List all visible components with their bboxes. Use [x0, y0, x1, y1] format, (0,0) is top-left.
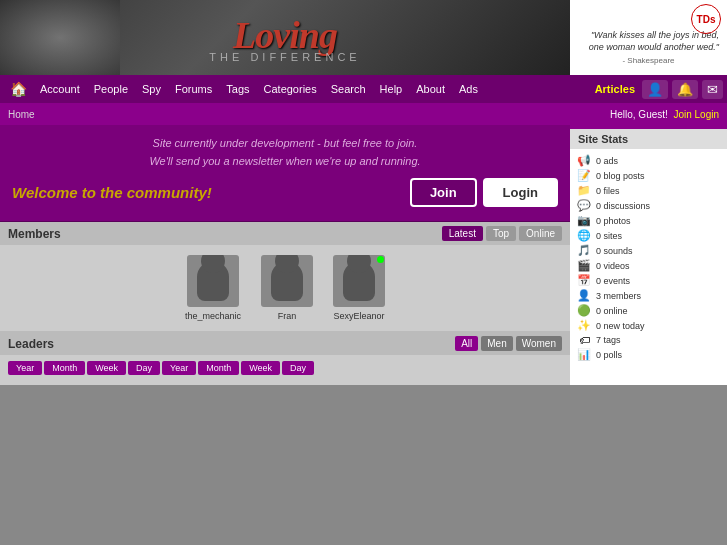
nav-forums[interactable]: Forums	[168, 83, 219, 95]
members-count: 3 members	[596, 291, 641, 301]
site-stats-title: Site Stats	[570, 129, 727, 149]
time-tab-month2[interactable]: Month	[198, 361, 239, 375]
discussions-icon: 💬	[576, 199, 592, 212]
members-tab-online[interactable]: Online	[519, 226, 562, 241]
nav-help[interactable]: Help	[373, 83, 410, 95]
time-tab-day2[interactable]: Day	[282, 361, 314, 375]
member-avatar-0[interactable]	[187, 255, 239, 307]
leaders-tab-all[interactable]: All	[455, 336, 478, 351]
nav-categories[interactable]: Categories	[257, 83, 324, 95]
new-today-count: 0 new today	[596, 321, 645, 331]
members-tab-top[interactable]: Top	[486, 226, 516, 241]
members-title: Members	[8, 227, 61, 241]
leaders-filter-tabs: All Men Women	[455, 336, 562, 351]
nav-ads[interactable]: Ads	[452, 83, 485, 95]
nav-search[interactable]: Search	[324, 83, 373, 95]
time-tab-year2[interactable]: Year	[162, 361, 196, 375]
leaders-tab-women[interactable]: Women	[516, 336, 562, 351]
videos-icon: 🎬	[576, 259, 592, 272]
sounds-count: 0 sounds	[596, 246, 633, 256]
nav-articles[interactable]: Articles	[588, 83, 642, 95]
new-today-icon: ✨	[576, 319, 592, 332]
files-count: 0 files	[596, 186, 620, 196]
ads-icon: 📢	[576, 154, 592, 167]
sites-count: 0 sites	[596, 231, 622, 241]
welcome-label: Welcome to the community!	[12, 184, 212, 201]
welcome-row: Welcome to the community! Join Login	[12, 178, 558, 217]
stat-photos: 📷 0 photos	[576, 213, 721, 228]
stat-sounds: 🎵 0 sounds	[576, 243, 721, 258]
site-stats-body: 📢 0 ads 📝 0 blog posts 📁 0 files 💬 0 dis…	[570, 149, 727, 366]
tds-logo: TDs	[691, 4, 723, 36]
nav-about[interactable]: About	[409, 83, 452, 95]
stat-videos: 🎬 0 videos	[576, 258, 721, 273]
files-icon: 📁	[576, 184, 592, 197]
member-item-2: SexyEleanor	[333, 255, 385, 321]
members-icon: 👤	[576, 289, 592, 302]
nav-mail-icon[interactable]: ✉	[702, 80, 723, 99]
discussions-count: 0 discussions	[596, 201, 650, 211]
nav-bell-icon[interactable]: 🔔	[672, 80, 698, 99]
leaders-title: Leaders	[8, 337, 54, 351]
polls-icon: 📊	[576, 348, 592, 361]
sites-icon: 🌐	[576, 229, 592, 242]
tds-circle: TDs	[691, 4, 721, 34]
leaders-time-tabs: Year Month Week Day Year Month Week Day	[8, 361, 562, 375]
members-body: the_mechanic Fran SexyEleanor	[0, 245, 570, 331]
header-quote-attr: - Shakespeare	[622, 56, 674, 65]
stat-tags: 🏷 7 tags	[576, 333, 721, 347]
polls-count: 0 polls	[596, 350, 622, 360]
left-column: Site currently under development - but f…	[0, 125, 570, 385]
member-item-1: Fran	[261, 255, 313, 321]
member-avatar-1[interactable]	[261, 255, 313, 307]
hello-message: Hello, Guest! Join Login	[610, 109, 719, 120]
leaders-section: Leaders All Men Women Year Month Week Da…	[0, 331, 570, 385]
nav-user-icons: 👤 🔔 ✉	[642, 80, 723, 99]
breadcrumb-bar: Home Hello, Guest! Join Login	[0, 103, 727, 125]
stat-sites: 🌐 0 sites	[576, 228, 721, 243]
member-name-2: SexyEleanor	[334, 311, 385, 321]
login-button[interactable]: Login	[483, 178, 558, 207]
join-button[interactable]: Join	[410, 178, 477, 207]
leaders-header: Leaders All Men Women	[0, 332, 570, 355]
time-tab-week2[interactable]: Week	[241, 361, 280, 375]
nav-people[interactable]: People	[87, 83, 135, 95]
members-tabs: Latest Top Online	[442, 226, 562, 241]
home-icon[interactable]: 🏠	[4, 81, 33, 97]
tags-icon: 🏷	[576, 334, 592, 346]
member-name-0: the_mechanic	[185, 311, 241, 321]
videos-count: 0 videos	[596, 261, 630, 271]
time-tab-month1[interactable]: Month	[44, 361, 85, 375]
nav-account[interactable]: Account	[33, 83, 87, 95]
welcome-buttons: Join Login	[410, 178, 558, 207]
events-icon: 📅	[576, 274, 592, 287]
tags-count: 7 tags	[596, 335, 621, 345]
time-tab-year1[interactable]: Year	[8, 361, 42, 375]
nav-profile-icon[interactable]: 👤	[642, 80, 668, 99]
nav-spy[interactable]: Spy	[135, 83, 168, 95]
stat-online: 🟢 0 online	[576, 303, 721, 318]
stat-events: 📅 0 events	[576, 273, 721, 288]
stat-files: 📁 0 files	[576, 183, 721, 198]
time-tab-day1[interactable]: Day	[128, 361, 160, 375]
member-silhouette-1	[271, 261, 303, 301]
member-silhouette-2	[343, 261, 375, 301]
leaders-tab-men[interactable]: Men	[481, 336, 512, 351]
photos-count: 0 photos	[596, 216, 631, 226]
sounds-icon: 🎵	[576, 244, 592, 257]
members-section: Members Latest Top Online the_mechanic	[0, 222, 570, 331]
header-banner: Loving THE DIFFERENCE	[0, 0, 570, 75]
login-link[interactable]: Login	[695, 109, 719, 120]
time-tab-week1[interactable]: Week	[87, 361, 126, 375]
member-avatar-2[interactable]	[333, 255, 385, 307]
leaders-body: Year Month Week Day Year Month Week Day	[0, 355, 570, 385]
site-notice-line1: Site currently under development - but f…	[12, 135, 558, 153]
breadcrumb: Home	[8, 109, 35, 120]
header-right-panel: TDs "Wank kisses all the joys in bed, on…	[570, 0, 727, 75]
site-notice-line2: We'll send you a newsletter when we're u…	[12, 153, 558, 171]
nav-tags[interactable]: Tags	[219, 83, 256, 95]
logo-subtitle: THE DIFFERENCE	[209, 51, 360, 63]
members-tab-latest[interactable]: Latest	[442, 226, 483, 241]
join-link[interactable]: Join	[673, 109, 691, 120]
stat-discussions: 💬 0 discussions	[576, 198, 721, 213]
